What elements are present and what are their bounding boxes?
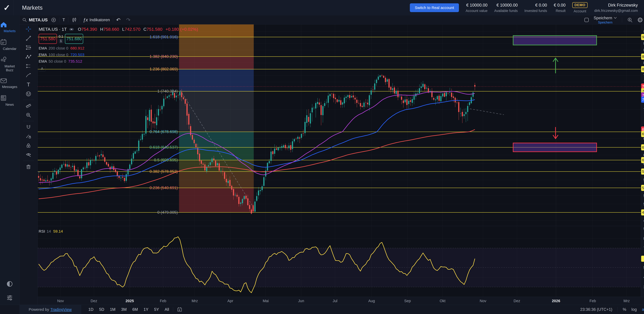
tool-drawing-lock[interactable] bbox=[19, 132, 38, 141]
candle-body bbox=[179, 92, 180, 95]
price-axis[interactable]: 920.000880.000860.000820.000780.000760.0… bbox=[641, 24, 644, 297]
candle-body bbox=[100, 154, 102, 155]
candle-body bbox=[286, 148, 288, 149]
app-logo[interactable]: ✓ bbox=[0, 0, 14, 15]
go-to-date-button[interactable] bbox=[177, 307, 182, 312]
candle-body bbox=[380, 75, 381, 77]
candle-body bbox=[244, 196, 245, 199]
tool-crosshair[interactable] bbox=[19, 24, 38, 34]
drawing-toolbar: T bbox=[19, 24, 38, 305]
candle-body bbox=[72, 166, 73, 167]
symbol-menu-icon[interactable] bbox=[69, 28, 74, 31]
candle-body bbox=[149, 110, 150, 121]
switch-to-real-account-button[interactable]: Switch to Real account bbox=[410, 3, 459, 12]
pane-separator[interactable] bbox=[38, 226, 641, 226]
candle-body bbox=[353, 95, 354, 97]
tool-trend-line[interactable] bbox=[19, 34, 38, 43]
log-scale-button[interactable]: log bbox=[632, 307, 637, 312]
sidebar-item-news[interactable]: News bbox=[0, 94, 19, 107]
legend-collapse-button[interactable]: ᐱ bbox=[39, 66, 46, 71]
candle-body bbox=[278, 148, 279, 150]
rsi-legend[interactable]: RSI1459.14 bbox=[39, 229, 63, 234]
range-button-3M[interactable]: 3M bbox=[121, 307, 126, 312]
tool-lock-all[interactable] bbox=[19, 141, 38, 150]
range-button-5D[interactable]: 5D bbox=[99, 307, 104, 312]
clock[interactable]: 23:36:36 (UTC+1) bbox=[580, 307, 612, 312]
tool-pattern[interactable] bbox=[19, 52, 38, 61]
candle-body bbox=[449, 92, 450, 93]
sidebar-item-label: News bbox=[0, 103, 19, 107]
ohlc-low: 742.570 bbox=[124, 27, 140, 32]
indicator-legend-ema200[interactable]: EMA200 close 0680.912 bbox=[39, 46, 198, 50]
auto-scale-button[interactable]: auto bbox=[642, 307, 644, 312]
symbol-title[interactable]: META.US · 1T bbox=[39, 27, 67, 32]
candle-body bbox=[236, 195, 238, 197]
candle-body bbox=[437, 96, 438, 99]
range-button-5Y[interactable]: 5Y bbox=[154, 307, 159, 312]
candle-body bbox=[315, 103, 316, 109]
sidebar-item-market-buzz[interactable]: Market Buzz bbox=[0, 56, 19, 72]
candle-body bbox=[117, 171, 118, 176]
tool-text[interactable]: T bbox=[19, 80, 38, 89]
candle-body bbox=[94, 160, 95, 160]
undo-icon[interactable]: ↶ bbox=[116, 17, 120, 23]
sidebar-item-calendar[interactable]: Calendar bbox=[0, 39, 19, 51]
indicator-legend-ema50[interactable]: EMA50 close 0735.512 bbox=[39, 59, 198, 63]
tool-measure[interactable] bbox=[19, 101, 38, 111]
candle-body bbox=[220, 171, 222, 171]
candle-body bbox=[45, 180, 46, 181]
interval-button[interactable]: T bbox=[62, 17, 65, 22]
sell-button[interactable]: 751.580 bbox=[39, 34, 57, 44]
tool-brush[interactable] bbox=[19, 71, 38, 80]
tool-projection[interactable] bbox=[19, 61, 38, 71]
topbar-right: Switch to Real account € 10000.00 Accoun… bbox=[410, 2, 644, 13]
rsi-tick: 70.00 bbox=[643, 246, 644, 250]
candle-body bbox=[385, 78, 386, 82]
sidebar-item-messages[interactable]: Messages bbox=[0, 78, 19, 89]
theme-toggle[interactable] bbox=[6, 280, 13, 288]
stat-value: € 0.00 bbox=[554, 3, 566, 7]
percent-scale-button[interactable]: % bbox=[623, 307, 626, 312]
sidebar-item-markets[interactable]: Markets bbox=[0, 21, 19, 33]
save-layout-button[interactable]: Speichern Speichern bbox=[594, 15, 617, 24]
candle-body bbox=[301, 134, 302, 138]
candle-body bbox=[331, 94, 332, 94]
buy-button[interactable]: 751.680 bbox=[65, 34, 83, 44]
candle-body bbox=[142, 134, 143, 140]
tool-zoom-in[interactable] bbox=[19, 111, 38, 120]
pencil-lock-icon bbox=[26, 133, 32, 139]
redo-icon[interactable]: ↷ bbox=[126, 17, 130, 23]
candle-body bbox=[269, 161, 270, 163]
time-axis[interactable]: NovDez2025FebMrzAprMaiJunJulAugSepOktNov… bbox=[0, 297, 644, 305]
candle-body bbox=[231, 186, 232, 190]
preferences-button[interactable] bbox=[6, 294, 13, 302]
rsi-pane[interactable] bbox=[38, 227, 641, 297]
compare-add-button[interactable] bbox=[51, 17, 56, 22]
tool-remove-drawings[interactable] bbox=[19, 162, 38, 171]
range-button-1Y[interactable]: 1Y bbox=[144, 307, 148, 312]
range-button-1D[interactable]: 1D bbox=[88, 307, 94, 312]
layout-button[interactable] bbox=[584, 17, 589, 23]
chart-style-button[interactable] bbox=[71, 17, 77, 23]
candle-body bbox=[124, 178, 125, 181]
indicator-legend-ema100[interactable]: EMA100 close 0720.503 bbox=[39, 53, 198, 57]
candle-body bbox=[444, 93, 445, 97]
tool-hide-drawings[interactable] bbox=[19, 150, 38, 159]
candle-body bbox=[426, 88, 427, 88]
chart-settings-button[interactable] bbox=[637, 17, 643, 23]
rsi-tick: 40.00 bbox=[643, 275, 644, 279]
range-button-6M[interactable]: 6M bbox=[132, 307, 138, 312]
range-button-All[interactable]: All bbox=[164, 307, 169, 312]
price-tick: 820.000 bbox=[643, 61, 644, 65]
tool-magnet[interactable] bbox=[19, 122, 38, 132]
indicators-button[interactable]: ƒx Indikatoren bbox=[83, 17, 110, 23]
tool-fib-retracement[interactable] bbox=[19, 43, 38, 52]
tool-emoji[interactable] bbox=[19, 89, 38, 99]
tradingview-link[interactable]: TradingView bbox=[50, 307, 72, 312]
candle-body bbox=[176, 96, 177, 97]
symbol-search-button[interactable]: META.US bbox=[22, 17, 48, 22]
quick-search-button[interactable] bbox=[627, 17, 633, 23]
candle-body bbox=[342, 103, 343, 105]
toolbar-expand-chevron[interactable]: › bbox=[38, 169, 40, 174]
range-button-1M[interactable]: 1M bbox=[110, 307, 116, 312]
